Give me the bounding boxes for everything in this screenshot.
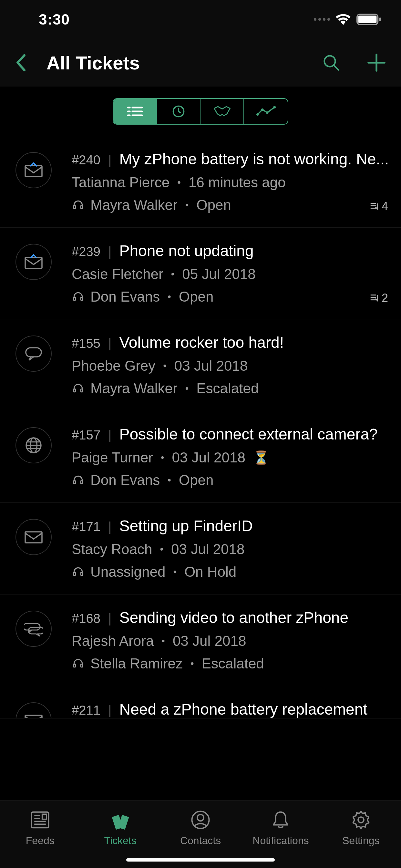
home-indicator[interactable] (126, 858, 275, 862)
ticket-date: 03 Jul 2018 (174, 358, 248, 374)
headset-icon (72, 565, 85, 578)
ticket-title-row: #239 | Phone not updating (72, 242, 390, 259)
ticket-status-row: Mayra Walker • Open (72, 197, 390, 213)
ticket-body: #168 | Sending video to another zPhone R… (72, 609, 390, 672)
dot-separator: • (175, 177, 183, 188)
ticket-body: #171 | Setting up FinderID Stacy Roach •… (72, 517, 390, 580)
ticket-body: #155 | Volume rocker too hard! Phoebe Gr… (72, 334, 390, 397)
svg-point-17 (273, 106, 276, 108)
search-icon (322, 54, 340, 71)
assignee-name: Mayra Walker (90, 197, 178, 213)
status-time: 3:30 (39, 11, 70, 28)
ticket-body: #157 | Possible to connect external came… (72, 425, 390, 488)
ticket-id: #157 (72, 428, 100, 442)
search-button[interactable] (321, 53, 341, 72)
ticket-date: 03 Jul 2018 (173, 633, 246, 649)
ticket-date: 16 minutes ago (189, 175, 286, 190)
tab-feeds[interactable]: Feeds (0, 801, 80, 868)
segment-analytics[interactable] (244, 99, 288, 124)
ticket-row[interactable]: #171 | Setting up FinderID Stacy Roach •… (0, 503, 401, 594)
svg-point-57 (197, 814, 204, 821)
channel-icon (16, 244, 52, 280)
tab-notifications[interactable]: Notifications (241, 801, 320, 868)
divider: | (108, 428, 112, 442)
requester-name: Paige Turner (72, 450, 153, 466)
ticket-body: #240 | My zPhone battery is not working.… (72, 150, 390, 213)
divider: | (108, 244, 112, 259)
divider: | (108, 153, 112, 167)
feeds-icon (30, 810, 50, 830)
divider: | (108, 703, 112, 717)
ticket-subject: Possible to connect external camera? (119, 425, 377, 443)
back-button[interactable] (11, 46, 30, 79)
ticket-meta-row: Paige Turner • 03 Jul 2018 ⏳ (72, 450, 390, 466)
tab-settings[interactable]: Settings (321, 801, 401, 868)
battery-icon (357, 13, 382, 25)
svg-rect-42 (81, 572, 83, 576)
assignee-name: Mayra Walker (90, 380, 178, 397)
ticket-status: Open (196, 197, 231, 213)
ticket-body: #239 | Phone not updating Casie Fletcher… (72, 242, 390, 305)
view-segment (113, 98, 288, 125)
svg-rect-41 (73, 572, 75, 576)
ticket-status: On Hold (184, 564, 236, 580)
ticket-list[interactable]: #240 | My zPhone battery is not working.… (0, 136, 401, 718)
tickets-icon (109, 810, 132, 830)
ticket-id: #240 (72, 153, 100, 167)
analytics-icon (256, 105, 276, 118)
dot-separator: • (158, 544, 165, 555)
assignee-name: Stella Ramirez (90, 655, 183, 672)
thread-count-badge: 2 (369, 291, 388, 305)
tab-label: Settings (342, 835, 380, 847)
ticket-id: #171 (72, 520, 100, 534)
segment-list[interactable] (113, 99, 157, 124)
ticket-subject: Volume rocker too hard! (119, 334, 284, 351)
list-icon (126, 105, 144, 118)
clock-icon (172, 104, 186, 119)
ticket-meta-row: Stacy Roach • 03 Jul 2018 (72, 541, 390, 557)
chevron-left-icon (16, 54, 26, 71)
assignee-name: Don Evans (90, 472, 160, 488)
ticket-title-row: #157 | Possible to connect external came… (72, 425, 390, 443)
divider: | (108, 520, 112, 534)
svg-rect-38 (73, 481, 75, 484)
ticket-meta-row: Rajesh Arora • 03 Jul 2018 (72, 633, 390, 649)
handshake-icon (212, 104, 232, 119)
add-button[interactable] (367, 53, 386, 72)
ticket-body: #211 | Need a zPhone battery replacement… (72, 701, 390, 704)
tab-tickets[interactable]: Tickets (80, 801, 160, 868)
ticket-id: #155 (72, 336, 100, 351)
ticket-row[interactable]: #168 | Sending video to another zPhone R… (0, 594, 401, 686)
ticket-title-row: #168 | Sending video to another zPhone (72, 609, 390, 626)
thread-count-badge: 4 (369, 199, 388, 213)
ticket-subject: Setting up FinderID (119, 517, 253, 535)
requester-name: Rajesh Arora (72, 633, 154, 649)
ticket-meta-row: Tatianna Pierce • 16 minutes ago (72, 175, 390, 190)
ticket-row[interactable]: #211 | Need a zPhone battery replacement… (0, 686, 401, 718)
gear-icon (351, 810, 371, 830)
thread-count: 2 (382, 291, 388, 305)
svg-rect-32 (81, 389, 83, 392)
dot-separator: • (166, 291, 173, 302)
view-segment-bar (0, 87, 401, 136)
channel-icon (16, 519, 52, 555)
tab-contacts[interactable]: Contacts (160, 801, 241, 868)
ticket-row[interactable]: #155 | Volume rocker too hard! Phoebe Gr… (0, 319, 401, 411)
ticket-subject: Phone not updating (119, 242, 253, 259)
ticket-subject: Need a zPhone battery replacement (119, 701, 367, 718)
requester-name: Tatianna Pierce (72, 175, 169, 190)
svg-point-16 (266, 112, 269, 114)
ticket-status-row: Stella Ramirez • Escalated (72, 655, 390, 672)
ticket-row[interactable]: #239 | Phone not updating Casie Fletcher… (0, 228, 401, 319)
svg-rect-53 (42, 814, 47, 819)
tab-label: Contacts (180, 835, 221, 847)
ticket-row[interactable]: #157 | Possible to connect external came… (0, 411, 401, 503)
segment-deals[interactable] (201, 99, 244, 124)
plus-icon (367, 53, 386, 72)
channel-icon (16, 152, 52, 188)
headset-icon (72, 290, 85, 303)
segment-recent[interactable] (157, 99, 201, 124)
svg-rect-39 (81, 481, 83, 484)
ticket-row[interactable]: #240 | My zPhone battery is not working.… (0, 136, 401, 228)
svg-point-58 (358, 817, 364, 823)
